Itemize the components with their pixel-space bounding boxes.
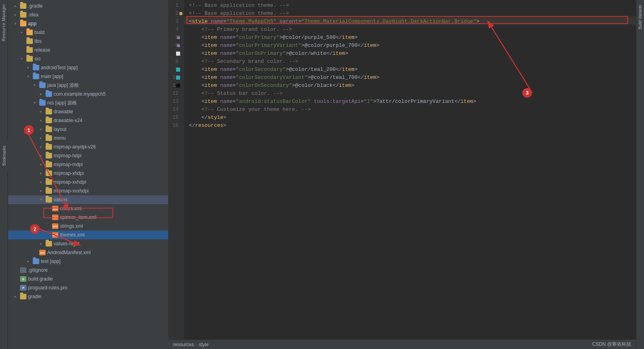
folder-icon-idea	[20, 12, 26, 18]
arrow-test	[27, 259, 32, 264]
tree-item-build[interactable]: build	[8, 28, 168, 37]
label-androidtest: androidTest [app]	[41, 65, 78, 70]
tree-item-menu[interactable]: menu	[8, 134, 168, 142]
code-line-11: <item name="colorOnSecondary">@color/bla…	[184, 82, 636, 90]
folder-icon-mipmap-xxxhdpi	[46, 188, 52, 194]
label-spinner: spinner_item.xml	[60, 215, 96, 220]
line-num-9: 9	[168, 66, 181, 74]
tree-item-manifest[interactable]: xml AndroidManifest.xml	[8, 248, 168, 257]
tree-item-drawable[interactable]: drawable	[8, 107, 168, 116]
tree-item-mipmap-mdpi[interactable]: mipmap-mdpi	[8, 160, 168, 169]
line-num-12: 12	[168, 90, 181, 98]
arrow-mipmap-anydpi	[40, 144, 45, 149]
tree-item-libs[interactable]: libs	[8, 37, 168, 46]
file-tree: .gradle .idea app build	[8, 0, 168, 349]
tree-item-gitignore[interactable]: · .gitignore	[8, 266, 168, 275]
tree-item-idea[interactable]: .idea	[8, 10, 168, 19]
breadcrumb-style: style	[199, 342, 209, 347]
label-app: app	[28, 21, 36, 26]
label-proguard: proguard-rules.pro	[28, 285, 68, 291]
tree-item-spinner[interactable]: xml spinner_item.xml	[8, 213, 168, 222]
tree-item-com[interactable]: com.example.myappch5	[8, 90, 168, 98]
arrow-mipmap-mdpi	[40, 162, 45, 167]
label-drawable: drawable	[54, 109, 73, 114]
tree-item-release[interactable]: release	[8, 46, 168, 54]
annotation-circle-2: 2	[30, 224, 40, 234]
resource-manager-strip[interactable]: Resource Manager	[0, 0, 8, 349]
label-com: com.example.myappch5	[54, 91, 106, 97]
line-num-15: 15	[168, 114, 181, 122]
tree-item-mipmap-hdpi[interactable]: mipmap-hdpi	[8, 151, 168, 160]
label-gradle-dir: gradle	[28, 294, 41, 299]
arrow-com	[40, 92, 45, 96]
csdn-watermark: CSDN @寒依科技	[592, 341, 631, 347]
arrow-menu	[40, 136, 45, 140]
folder-icon-menu	[46, 135, 52, 141]
tree-item-test[interactable]: test [app]	[8, 257, 168, 266]
build-variants-label[interactable]: Build Variants	[637, 3, 643, 31]
tree-item-src[interactable]: src	[8, 54, 168, 63]
bookmarks-strip[interactable]: Bookmarks	[0, 140, 8, 172]
tree-item-main[interactable]: main [app]	[8, 72, 168, 81]
tree-item-gradle-dir[interactable]: gradle	[8, 292, 168, 301]
folder-icon-com	[46, 91, 52, 97]
breadcrumb-separator: ›	[196, 342, 197, 347]
tree-item-mipmap-xhdpi[interactable]: mipmap-xhdpi	[8, 169, 168, 178]
folder-icon-androidtest	[33, 65, 39, 70]
code-line-5: <item name="colorPrimary">@color/purple_…	[184, 34, 636, 42]
folder-icon-build	[26, 30, 33, 35]
annotation-circle-1: 1	[24, 125, 34, 135]
folder-icon-mipmap-mdpi	[46, 162, 52, 167]
breadcrumb-resources: resources	[173, 342, 194, 347]
bookmark-6	[177, 44, 180, 47]
tree-item-build-gradle[interactable]: G build.gradle	[8, 275, 168, 283]
label-release: release	[34, 47, 50, 53]
line-numbers: 1 2 3 4 5 6 7 8 9	[168, 0, 184, 339]
label-idea: .idea	[28, 12, 38, 18]
code-line-12: <!-- Status bar color. -->	[184, 90, 636, 98]
label-mipmap-xxhdpi: mipmap-xxhdpi	[54, 179, 86, 185]
tree-item-drawable-v24[interactable]: drawable-v24	[8, 116, 168, 125]
code-editor[interactable]: 1 2 3 4 5 6 7 8 9	[168, 0, 636, 339]
tree-item-values-night[interactable]: values-night	[8, 239, 168, 248]
line-num-2: 2	[168, 10, 181, 18]
tree-item-app[interactable]: app	[8, 19, 168, 28]
tree-item-androidtest[interactable]: androidTest [app]	[8, 63, 168, 72]
arrow-gradle-dir	[14, 294, 19, 299]
folder-icon-drawable	[46, 109, 52, 114]
label-libs: libs	[34, 38, 42, 44]
comment-8: <!-- Secondary brand color. -->	[201, 58, 298, 66]
label-themes: themes.xml	[60, 232, 84, 238]
folder-icon-java	[39, 82, 46, 88]
right-strips: Build Variants	[636, 0, 644, 349]
tree-item-mipmap-xxhdpi[interactable]: mipmap-xxhdpi	[8, 178, 168, 187]
label-gradle: .gradle	[28, 3, 43, 9]
tree-item-proguard[interactable]: P proguard-rules.pro	[8, 283, 168, 292]
line-num-4: 4	[168, 26, 181, 34]
label-drawable-v24: drawable-v24	[54, 118, 82, 123]
code-content[interactable]: <!-- Base application theme. --> <!-- Ba…	[184, 0, 636, 339]
bookmark-11	[176, 84, 180, 88]
tree-item-gradle[interactable]: .gradle	[8, 2, 168, 10]
arrow-mipmap-xxxhdpi	[40, 189, 45, 193]
bookmark-2	[179, 12, 183, 15]
arrow-drawable	[40, 109, 45, 114]
arrow-values	[40, 197, 45, 202]
arrow-app	[14, 21, 19, 26]
tree-item-colors[interactable]: xml colors.xml	[8, 204, 168, 213]
code-line-7: <item name="colorOnPrimary">@color/white…	[184, 50, 636, 58]
comment-14: <!-- Customize your theme here. -->	[201, 106, 311, 114]
tree-item-mipmap-xxxhdpi[interactable]: mipmap-xxxhdpi	[8, 187, 168, 195]
tree-item-mipmap-anydpi[interactable]: mipmap-anydpi-v26	[8, 142, 168, 151]
label-mipmap-xhdpi: mipmap-xhdpi	[54, 170, 84, 176]
folder-icon-drawable-v24	[46, 118, 52, 123]
arrow-res	[34, 100, 38, 105]
arrow-src	[21, 56, 26, 61]
folder-icon-values-night	[46, 241, 52, 247]
comment-12: <!-- Status bar color. -->	[201, 90, 283, 98]
tree-item-java[interactable]: java [app] 源根	[8, 81, 168, 90]
status-right: CSDN @寒依科技	[592, 341, 631, 348]
tree-item-values[interactable]: values	[8, 195, 168, 204]
arrow-layout	[40, 127, 45, 132]
tree-item-res[interactable]: res [app] 源根	[8, 98, 168, 107]
